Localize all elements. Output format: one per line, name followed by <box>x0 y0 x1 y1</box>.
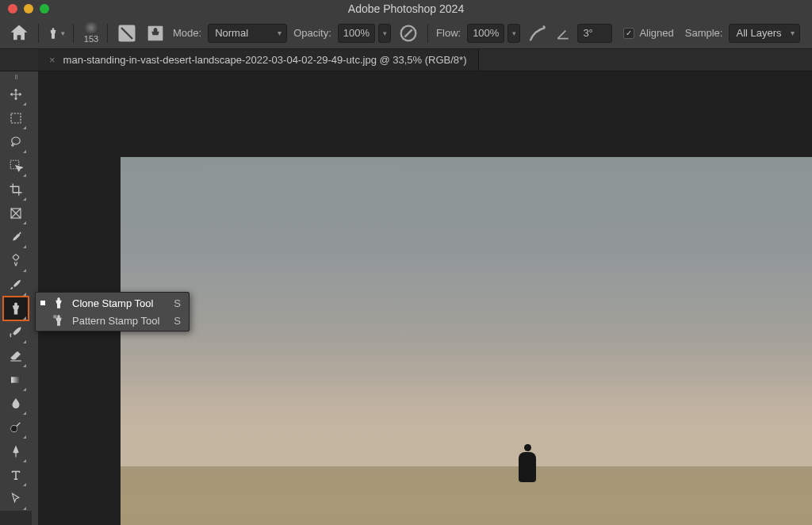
tools-panel <box>0 71 32 511</box>
flyout-item-clone-stamp[interactable]: Clone Stamp Tool S <box>36 294 189 312</box>
image-person <box>517 444 538 482</box>
image-ground-region <box>121 466 812 525</box>
flyout-pattern-label: Pattern Stamp Tool <box>72 315 159 327</box>
clone-source-panel-button[interactable] <box>144 22 167 44</box>
image-sky-region <box>121 157 812 466</box>
toolbar-grip-icon[interactable] <box>2 75 30 81</box>
minimize-window-button[interactable] <box>24 4 33 13</box>
eraser-tool[interactable] <box>3 344 29 368</box>
brush-size-label: 153 <box>84 34 98 44</box>
move-tool[interactable] <box>3 82 29 106</box>
titlebar: Adobe Photoshop 2024 <box>0 0 812 17</box>
dodge-tool[interactable] <box>3 416 29 439</box>
brush-tool[interactable] <box>3 273 29 297</box>
aligned-checkbox[interactable]: ✓ <box>623 28 634 39</box>
options-bar: ▾ 153 Mode: Normal Opacity: 100% ▾ Flow:… <box>0 17 812 49</box>
svg-point-9 <box>11 426 17 432</box>
document-tab-bar: × man-standing-in-vast-desert-landscape-… <box>0 49 812 71</box>
opacity-chevron-icon[interactable]: ▾ <box>378 24 391 43</box>
maximize-window-button[interactable] <box>40 4 49 13</box>
lasso-tool[interactable] <box>3 130 29 154</box>
separator <box>73 24 74 43</box>
selected-indicator-icon <box>40 301 45 305</box>
marquee-tool[interactable] <box>3 106 29 130</box>
clone-stamp-icon <box>52 297 66 309</box>
flyout-item-pattern-stamp[interactable]: Pattern Stamp Tool S <box>36 312 189 329</box>
aligned-checkbox-group[interactable]: ✓ Aligned <box>623 27 673 39</box>
blur-tool[interactable] <box>3 392 29 416</box>
document-tab-title: man-standing-in-vast-desert-landscape-20… <box>63 54 467 66</box>
brush-preview-icon <box>83 22 99 33</box>
blend-mode-value: Normal <box>215 27 248 39</box>
sample-select[interactable]: All Layers <box>729 24 799 43</box>
sample-label: Sample: <box>685 27 723 39</box>
airbrush-button[interactable] <box>527 22 549 44</box>
angle-input[interactable]: 3° <box>577 24 612 43</box>
spot-healing-brush-tool[interactable] <box>3 249 29 273</box>
angle-icon[interactable] <box>555 22 571 44</box>
svg-rect-3 <box>11 113 21 123</box>
frame-tool[interactable] <box>3 201 29 225</box>
blend-mode-select[interactable]: Normal <box>208 24 287 43</box>
pen-tool[interactable] <box>3 439 29 463</box>
opacity-value: 100% <box>343 27 370 39</box>
svg-rect-6 <box>13 254 19 260</box>
separator <box>38 24 39 43</box>
path-selection-tool[interactable] <box>3 487 29 511</box>
home-button[interactable] <box>8 22 30 44</box>
flyout-clone-label: Clone Stamp Tool <box>72 297 159 309</box>
separator <box>427 24 428 43</box>
crop-tool[interactable] <box>3 178 29 201</box>
opacity-label: Opacity: <box>293 27 331 39</box>
flow-value: 100% <box>473 27 499 39</box>
mode-label: Mode: <box>173 27 201 39</box>
brush-settings-button[interactable] <box>116 22 138 44</box>
document-tab[interactable]: × man-standing-in-vast-desert-landscape-… <box>38 49 479 71</box>
flyout-clone-shortcut: S <box>174 297 181 309</box>
flow-label: Flow: <box>436 27 461 39</box>
pressure-opacity-button[interactable] <box>397 22 419 44</box>
sample-value: All Layers <box>736 27 781 39</box>
type-tool[interactable] <box>3 463 29 487</box>
close-tab-icon[interactable]: × <box>49 54 56 66</box>
opacity-control[interactable]: 100% ▾ <box>338 24 391 43</box>
close-window-button[interactable] <box>8 4 17 13</box>
flyout-pattern-shortcut: S <box>174 315 181 327</box>
document-canvas[interactable] <box>121 157 812 525</box>
eyedropper-tool[interactable] <box>3 225 29 249</box>
flow-chevron-icon[interactable]: ▾ <box>508 24 520 43</box>
angle-value: 3° <box>583 27 592 39</box>
tool-preset-picker[interactable]: ▾ <box>47 22 65 44</box>
gradient-tool[interactable] <box>3 368 29 392</box>
app-title: Adobe Photoshop 2024 <box>348 2 464 15</box>
brush-preset-button[interactable]: 153 <box>83 22 99 44</box>
clone-stamp-flyout-menu: Clone Stamp Tool S Pattern Stamp Tool S <box>35 292 190 331</box>
separator <box>107 24 108 43</box>
clone-stamp-tool[interactable] <box>3 297 29 320</box>
aligned-label: Aligned <box>639 27 673 39</box>
history-brush-tool[interactable] <box>3 320 29 344</box>
pattern-stamp-icon <box>52 314 66 327</box>
object-selection-tool[interactable] <box>3 154 29 178</box>
flow-control[interactable]: 100% ▾ <box>467 24 520 43</box>
svg-rect-7 <box>11 377 21 383</box>
window-controls <box>8 4 49 13</box>
